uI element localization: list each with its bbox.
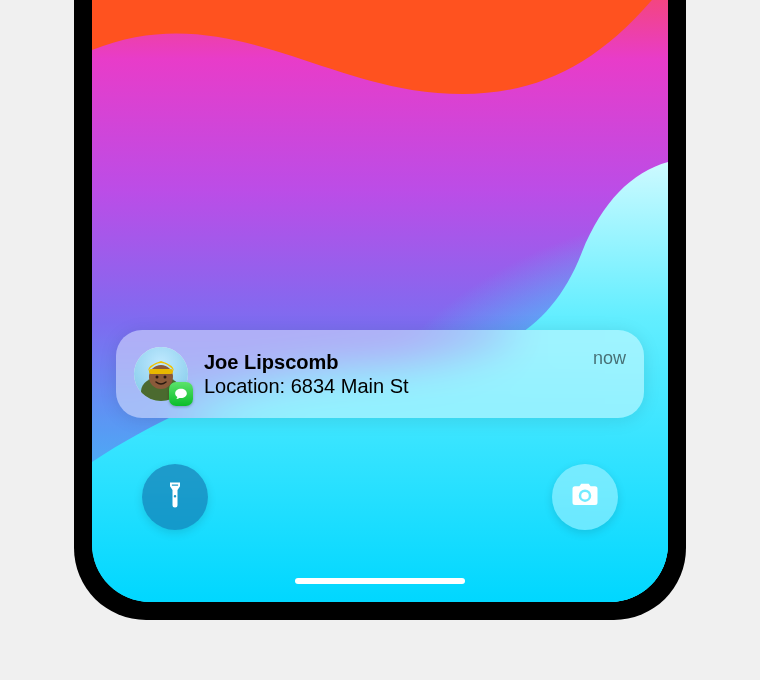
- flashlight-button[interactable]: [142, 464, 208, 530]
- notification-body: Location: 6834 Main St: [204, 374, 593, 398]
- svg-point-4: [156, 376, 159, 379]
- notification-sender: Joe Lipscomb: [204, 350, 593, 374]
- camera-button[interactable]: [552, 464, 618, 530]
- home-indicator[interactable]: [295, 578, 465, 584]
- lockscreen-notification[interactable]: Joe Lipscomb Location: 6834 Main St now: [116, 330, 644, 418]
- svg-point-5: [164, 376, 167, 379]
- svg-rect-3: [149, 369, 173, 374]
- notification-avatar: [134, 347, 188, 401]
- phone-screen: Joe Lipscomb Location: 6834 Main St now: [92, 0, 668, 602]
- phone-frame: Joe Lipscomb Location: 6834 Main St now: [74, 0, 686, 620]
- camera-icon: [570, 480, 600, 514]
- flashlight-icon: [160, 480, 190, 514]
- quick-actions: [142, 464, 618, 530]
- messages-icon: [169, 382, 193, 406]
- notification-text: Joe Lipscomb Location: 6834 Main St: [204, 350, 593, 398]
- notification-time: now: [593, 348, 626, 369]
